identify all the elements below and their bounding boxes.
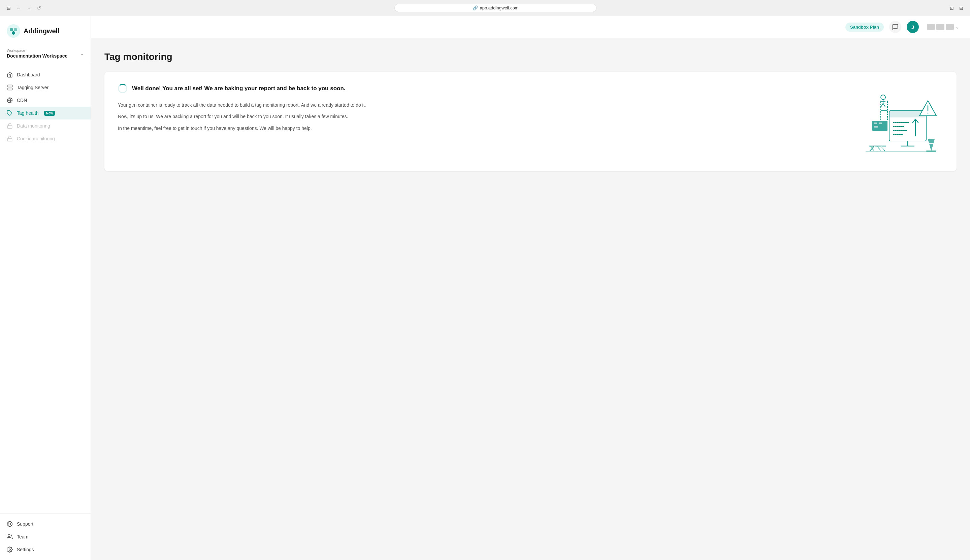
workspace-label: Workspace — [7, 48, 67, 52]
svg-point-0 — [7, 24, 20, 38]
svg-point-14 — [9, 523, 11, 525]
server-icon — [7, 85, 13, 90]
svg-line-15 — [8, 522, 9, 523]
sidebar-item-label: CDN — [17, 98, 27, 103]
svg-rect-36 — [879, 122, 882, 124]
info-card: Well done! You are all set! We are bakin… — [104, 72, 957, 171]
sidebar-item-tagging-server[interactable]: Tagging Server — [0, 81, 90, 94]
user-avatar[interactable]: J — [907, 21, 919, 33]
card-illustration — [855, 84, 943, 159]
svg-rect-35 — [874, 126, 878, 128]
globe-icon — [7, 97, 13, 103]
sidebar-item-cdn[interactable]: CDN — [0, 94, 90, 107]
svg-line-17 — [10, 522, 12, 523]
sidebar-item-dashboard[interactable]: Dashboard — [0, 68, 90, 81]
sidebar-item-label: Support — [17, 521, 33, 527]
workspace-selector[interactable]: Workspace Documentation Workspace ⌄ — [0, 45, 90, 64]
sidebar-item-label: Cookie monitoring — [17, 136, 55, 142]
browser-right: ⊡ ⊟ — [948, 5, 965, 12]
support-icon — [7, 521, 13, 527]
link-icon: 🔗 — [473, 5, 478, 10]
card-body-paragraph-2: Now, it's up to us. We are backing a rep… — [118, 113, 842, 120]
workspace-info: Workspace Documentation Workspace — [7, 48, 67, 58]
tag-icon — [7, 110, 13, 116]
chevron-icon: ⌄ — [80, 51, 84, 56]
home-icon — [7, 72, 13, 78]
svg-marker-44 — [928, 139, 935, 151]
sidebar-item-support[interactable]: Support — [0, 518, 90, 530]
sidebar-item-label: Tagging Server — [17, 85, 48, 90]
refresh-button[interactable]: ↺ — [36, 5, 42, 12]
sidebar-item-label: Settings — [17, 547, 34, 552]
card-body: Your gtm container is ready to track all… — [118, 101, 842, 132]
svg-line-18 — [8, 525, 9, 526]
sidebar-item-tag-health[interactable]: Tag health New — [0, 107, 90, 120]
new-badge: New — [44, 111, 55, 116]
nav-section: Dashboard Tagging Server — [0, 64, 90, 513]
svg-rect-12 — [7, 138, 12, 141]
svg-rect-5 — [7, 88, 12, 90]
svg-line-16 — [10, 525, 12, 526]
tabs-button[interactable]: ⊟ — [958, 5, 965, 12]
workspace-name: Documentation Workspace — [7, 53, 67, 58]
browser-controls: ⊟ ← → ↺ — [5, 5, 42, 12]
sidebar-item-label: Data monitoring — [17, 123, 50, 128]
lock-icon — [7, 136, 13, 142]
app-container: Addingwell Workspace Documentation Works… — [0, 16, 970, 560]
svg-point-20 — [9, 549, 11, 551]
card-body-paragraph-3: In the meantime, feel free to get in tou… — [118, 125, 842, 132]
svg-point-3 — [12, 31, 15, 35]
main-content: Tag monitoring Well done! You are all se… — [91, 38, 970, 560]
chat-button[interactable] — [889, 21, 901, 33]
browser-chrome: ⊟ ← → ↺ 🔗 app.addingwell.com ⊡ ⊟ — [0, 0, 970, 16]
card-content: Well done! You are all set! We are bakin… — [118, 84, 842, 132]
sidebar-item-label: Team — [17, 534, 28, 540]
sidebar-item-team[interactable]: Team — [0, 530, 90, 543]
right-panel: Sandbox Plan J ⌄ Tag monitoring — [91, 16, 970, 560]
win-btn-1 — [927, 24, 935, 30]
card-body-paragraph-1: Your gtm container is ready to track all… — [118, 101, 842, 109]
svg-point-47 — [881, 95, 885, 100]
svg-rect-34 — [874, 122, 877, 124]
logo-area: Addingwell — [0, 16, 90, 45]
cast-button[interactable]: ⊡ — [948, 5, 955, 12]
sidebar-bottom: Support Team — [0, 513, 90, 560]
svg-point-32 — [928, 113, 928, 114]
sandbox-plan-button[interactable]: Sandbox Plan — [845, 23, 884, 32]
logo-text: Addingwell — [23, 27, 60, 35]
win-btn-2 — [936, 24, 945, 30]
svg-rect-11 — [7, 125, 12, 128]
header-bar: Sandbox Plan J ⌄ — [91, 16, 970, 38]
card-headline: Well done! You are all set! We are bakin… — [132, 85, 346, 92]
sidebar-toggle-button[interactable]: ⊟ — [5, 5, 12, 12]
sidebar-item-cookie-monitoring: Cookie monitoring — [0, 132, 90, 145]
lock-icon — [7, 123, 13, 129]
svg-point-19 — [8, 535, 10, 537]
svg-rect-46 — [926, 150, 936, 152]
url-text: app.addingwell.com — [480, 5, 519, 10]
svg-point-2 — [14, 28, 17, 31]
illustration-svg — [855, 84, 943, 158]
loading-spinner — [118, 84, 127, 93]
forward-button[interactable]: → — [25, 5, 32, 12]
sidebar-item-settings[interactable]: Settings — [0, 543, 90, 556]
chevron-down-icon: ⌄ — [955, 24, 959, 30]
back-button[interactable]: ← — [15, 5, 22, 12]
svg-point-1 — [10, 28, 13, 31]
team-icon — [7, 534, 13, 540]
svg-rect-4 — [7, 85, 12, 87]
sidebar: Addingwell Workspace Documentation Works… — [0, 16, 91, 560]
logo-icon — [7, 24, 20, 38]
sidebar-item-label: Tag health — [17, 110, 39, 116]
win-btn-3 — [946, 24, 954, 30]
sidebar-item-data-monitoring: Data monitoring — [0, 120, 90, 132]
sidebar-item-label: Dashboard — [17, 72, 40, 77]
page-title: Tag monitoring — [104, 52, 957, 62]
address-bar[interactable]: 🔗 app.addingwell.com — [395, 4, 597, 12]
settings-icon — [7, 547, 13, 553]
window-controls: ⌄ — [927, 24, 959, 30]
card-header: Well done! You are all set! We are bakin… — [118, 84, 842, 93]
